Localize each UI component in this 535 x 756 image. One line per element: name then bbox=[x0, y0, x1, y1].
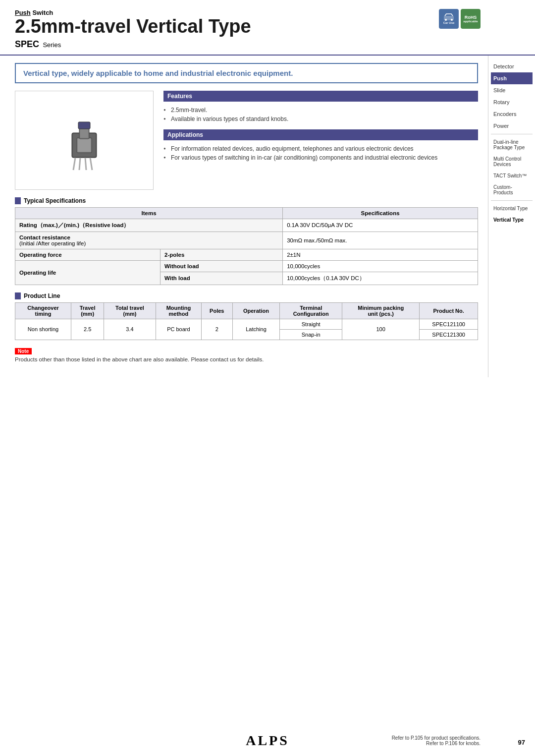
svg-line-9 bbox=[73, 158, 75, 170]
page-header: Push Switch 2.5mm-travel Vertical Type S… bbox=[0, 0, 535, 56]
sidebar-item-multi[interactable]: Multi Control Devices bbox=[491, 153, 533, 170]
col-product-no: Product No. bbox=[420, 302, 478, 319]
alps-logo: ALPS bbox=[246, 733, 289, 749]
total-travel-val: 3.4 bbox=[104, 319, 156, 340]
terminal-snapin: Snap-in bbox=[280, 329, 342, 340]
switch-illustration bbox=[54, 103, 114, 177]
features-header: Features bbox=[163, 91, 478, 102]
col-min-packing: Minimum packingunit (pcs.) bbox=[342, 302, 420, 319]
sidebar-item-vertical[interactable]: Vertical Type bbox=[491, 214, 533, 226]
without-load-label: Without load bbox=[160, 260, 283, 272]
travel-val: 2.5 bbox=[71, 319, 104, 340]
features-apps-content: Features 2.5mm-travel. Available in vari… bbox=[163, 91, 478, 190]
contact-item: Contact resistance(Initial /After operat… bbox=[15, 232, 283, 249]
sidebar-item-dual[interactable]: Dual-in-line Package Type bbox=[491, 136, 533, 153]
sidebar-item-encoders[interactable]: Encoders bbox=[491, 108, 533, 120]
with-load-spec: 10,000cycles（0.1A 30V DC） bbox=[283, 272, 478, 285]
col-changeover: Changeovertiming bbox=[15, 302, 71, 319]
spec-row-contact: Contact resistance(Initial /After operat… bbox=[15, 232, 478, 249]
col-items-header: Items bbox=[15, 207, 283, 219]
sidebar-item-custom[interactable]: Custom-Products bbox=[491, 181, 533, 198]
sidebar-item-rotary[interactable]: Rotary bbox=[491, 96, 533, 108]
features-section: Features 2.5mm-travel. Available in vari… bbox=[163, 91, 478, 123]
force-item: Operating force bbox=[15, 249, 160, 260]
svg-line-10 bbox=[79, 158, 80, 170]
applications-list: For information related devices, audio e… bbox=[163, 144, 478, 162]
feature-item-1: 2.5mm-travel. bbox=[163, 106, 478, 115]
col-travel: Travel(mm) bbox=[71, 302, 104, 319]
main-layout: Vertical type, widely applicable to home… bbox=[0, 56, 535, 377]
contact-spec: 30mΩ max./50mΩ max. bbox=[283, 232, 478, 249]
typical-specs-section: Typical Specifications Items Specificati… bbox=[15, 197, 478, 285]
changeover-val: Non shorting bbox=[15, 319, 71, 340]
sidebar: Detector Push Slide Rotary Encoders Powe… bbox=[488, 56, 535, 377]
svg-point-2 bbox=[451, 19, 453, 21]
sidebar-item-detector[interactable]: Detector bbox=[491, 60, 533, 72]
svg-line-11 bbox=[85, 158, 86, 170]
footer-refer2: Refer to P.106 for knobs. bbox=[392, 741, 481, 746]
poles-val: 2 bbox=[202, 319, 233, 340]
note-text: Products other than those listed in the … bbox=[15, 356, 478, 362]
life-item: Operating life bbox=[15, 260, 160, 285]
product-image bbox=[20, 96, 149, 185]
svg-point-1 bbox=[445, 19, 447, 21]
car-use-badge: Car Use bbox=[439, 9, 459, 29]
sidebar-item-tact[interactable]: TACT Switch™ bbox=[491, 170, 533, 181]
tagline: Vertical type, widely applicable to home… bbox=[15, 63, 478, 83]
sidebar-item-push[interactable]: Push bbox=[491, 72, 533, 84]
terminal-straight: Straight bbox=[280, 319, 342, 329]
spec-row-life-without: Operating life Without load 10,000cycles bbox=[15, 260, 478, 272]
col-specs-header: Specifications bbox=[283, 207, 478, 219]
features-apps-section: Features 2.5mm-travel. Available in vari… bbox=[15, 91, 478, 190]
product-line-section: Product Line Changeovertiming Travel(mm)… bbox=[15, 292, 478, 340]
specs-table: Items Specifications Rating（max.)／(min.)… bbox=[15, 207, 478, 285]
application-item-1: For information related devices, audio e… bbox=[163, 144, 478, 153]
feature-item-2: Available in various types of standard k… bbox=[163, 115, 478, 123]
operation-val: Latching bbox=[232, 319, 280, 340]
min-packing-val: 100 bbox=[342, 319, 420, 340]
application-item-2: For various types of switching in in-car… bbox=[163, 153, 478, 162]
certification-badges: Car Use RoHS applicable bbox=[439, 9, 481, 29]
col-poles: Poles bbox=[202, 302, 233, 319]
product-row-1: Non shorting 2.5 3.4 PC board 2 Latching… bbox=[15, 319, 478, 329]
note-section: Note Products other than those listed in… bbox=[15, 348, 478, 362]
product-no-2: SPEC121300 bbox=[420, 329, 478, 340]
spec-row-rating: Rating（max.)／(min.)（Resistive load） 0.1A… bbox=[15, 219, 478, 232]
col-operation: Operation bbox=[232, 302, 280, 319]
footer-references: Refer to P.105 for product specification… bbox=[392, 735, 481, 746]
col-total-travel: Total travel(mm) bbox=[104, 302, 156, 319]
content-area: Vertical type, widely applicable to home… bbox=[0, 56, 488, 377]
rating-spec: 0.1A 30V DC/50μA 3V DC bbox=[283, 219, 478, 232]
col-terminal: TerminalConfiguration bbox=[280, 302, 342, 319]
sidebar-item-power[interactable]: Power bbox=[491, 120, 533, 132]
product-no-1: SPEC121100 bbox=[420, 319, 478, 329]
car-icon bbox=[443, 13, 454, 21]
sidebar-item-slide[interactable]: Slide bbox=[491, 84, 533, 96]
footer-refer1: Refer to P.105 for product specification… bbox=[392, 735, 481, 741]
sidebar-item-horizontal[interactable]: Horizontal Type bbox=[491, 203, 533, 214]
product-image-box bbox=[15, 91, 154, 190]
svg-rect-13 bbox=[78, 122, 90, 129]
svg-rect-8 bbox=[80, 129, 88, 138]
product-table: Changeovertiming Travel(mm) Total travel… bbox=[15, 302, 478, 340]
col-mounting: Mountingmethod bbox=[156, 302, 201, 319]
mounting-val: PC board bbox=[156, 319, 201, 340]
typical-specs-title: Typical Specifications bbox=[15, 197, 478, 204]
svg-line-12 bbox=[90, 158, 92, 170]
page-number: 97 bbox=[518, 739, 525, 746]
force-poles: 2-poles bbox=[160, 249, 283, 260]
sidebar-divider-1 bbox=[491, 134, 533, 134]
without-load-spec: 10,000cycles bbox=[283, 260, 478, 272]
applications-section: Applications For information related dev… bbox=[163, 129, 478, 162]
spec-series: SPEC Series bbox=[15, 39, 520, 50]
applications-header: Applications bbox=[163, 129, 478, 140]
features-list: 2.5mm-travel. Available in various types… bbox=[163, 106, 478, 123]
spec-row-force: Operating force 2-poles 2±1N bbox=[15, 249, 478, 260]
sidebar-divider-2 bbox=[491, 200, 533, 201]
svg-rect-6 bbox=[78, 139, 91, 152]
force-spec: 2±1N bbox=[283, 249, 478, 260]
with-load-label: With load bbox=[160, 272, 283, 285]
note-label: Note bbox=[15, 348, 478, 356]
rohs-badge: RoHS applicable bbox=[461, 9, 481, 29]
rating-item: Rating（max.)／(min.)（Resistive load） bbox=[15, 219, 283, 232]
